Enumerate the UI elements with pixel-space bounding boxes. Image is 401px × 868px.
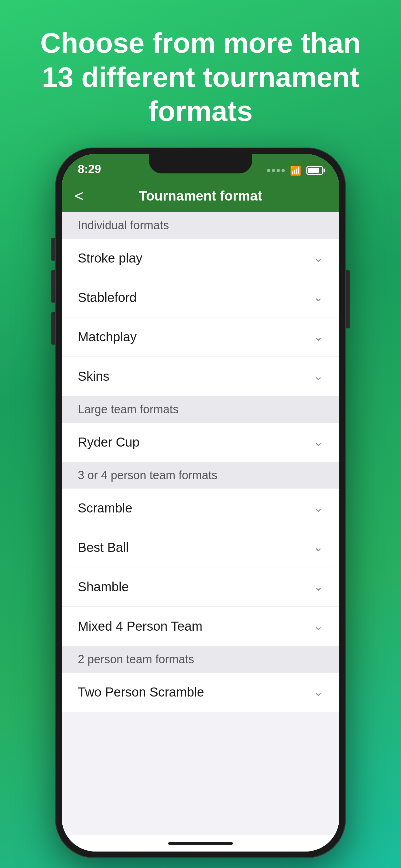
chevron-down-icon: ⌄	[313, 330, 323, 344]
chevron-down-icon: ⌄	[313, 580, 323, 593]
battery-fill	[308, 168, 319, 173]
list-item-label: Ryder Cup	[78, 435, 140, 450]
status-time: 8:29	[78, 162, 101, 176]
chevron-down-icon: ⌄	[313, 619, 323, 633]
signal-dots	[267, 169, 285, 172]
chevron-down-icon: ⌄	[313, 435, 323, 449]
section-header-2-person: 2 person team formats	[62, 646, 339, 673]
status-icons: 📶	[267, 165, 323, 176]
list-item-shamble[interactable]: Shamble ⌄	[62, 567, 339, 607]
signal-dot-3	[277, 169, 280, 172]
list-item-label: Scramble	[78, 501, 132, 516]
side-btn-silent	[51, 238, 55, 260]
list-item-label: Mixed 4 Person Team	[78, 619, 203, 633]
notch	[149, 154, 252, 174]
signal-dot-1	[267, 169, 270, 172]
list-item-mixed-4-person-team[interactable]: Mixed 4 Person Team ⌄	[62, 607, 339, 646]
side-btn-power	[346, 270, 350, 329]
list-item-scramble[interactable]: Scramble ⌄	[62, 489, 339, 528]
chevron-down-icon: ⌄	[313, 540, 323, 554]
section-header-3-or-4-person: 3 or 4 person team formats	[62, 462, 339, 489]
list-item-matchplay[interactable]: Matchplay ⌄	[62, 317, 339, 357]
wifi-icon: 📶	[290, 165, 301, 176]
phone-frame: 8:29 📶 < Tournament format I	[55, 148, 346, 858]
list-item-label: Skins	[78, 369, 110, 383]
content-area: Individual formats Stroke play ⌄ Stablef…	[62, 212, 339, 835]
back-button[interactable]: <	[74, 187, 84, 205]
list-item-two-person-scramble[interactable]: Two Person Scramble ⌄	[62, 673, 339, 712]
home-bar	[168, 842, 233, 845]
chevron-down-icon: ⌄	[313, 251, 323, 265]
list-item-skins[interactable]: Skins ⌄	[62, 357, 339, 396]
side-btn-vol-down	[51, 312, 55, 345]
list-item-label: Two Person Scramble	[78, 685, 204, 700]
list-item-label: Stroke play	[78, 251, 143, 266]
side-btn-vol-up	[51, 270, 55, 303]
list-item-stroke-play[interactable]: Stroke play ⌄	[62, 239, 339, 278]
chevron-down-icon: ⌄	[313, 501, 323, 515]
list-item-label: Matchplay	[78, 330, 136, 344]
signal-dot-2	[272, 169, 275, 172]
list-item-label: Stableford	[78, 290, 136, 305]
section-header-individual: Individual formats	[62, 212, 339, 239]
nav-bar: < Tournament format	[62, 180, 339, 212]
list-item-ryder-cup[interactable]: Ryder Cup ⌄	[62, 423, 339, 462]
nav-title: Tournament format	[139, 188, 262, 204]
signal-dot-4	[281, 169, 285, 172]
list-item-best-ball[interactable]: Best Ball ⌄	[62, 528, 339, 567]
chevron-down-icon: ⌄	[313, 369, 323, 383]
home-indicator	[62, 835, 339, 851]
chevron-down-icon: ⌄	[313, 290, 323, 304]
list-item-label: Shamble	[78, 580, 129, 594]
battery-icon	[306, 166, 323, 175]
headline: Choose from more than 13 different tourn…	[0, 0, 401, 148]
chevron-down-icon: ⌄	[313, 685, 323, 699]
list-item-label: Best Ball	[78, 540, 129, 555]
section-header-large-team: Large team formats	[62, 396, 339, 423]
list-item-stableford[interactable]: Stableford ⌄	[62, 278, 339, 317]
phone-screen: 8:29 📶 < Tournament format I	[62, 154, 339, 851]
